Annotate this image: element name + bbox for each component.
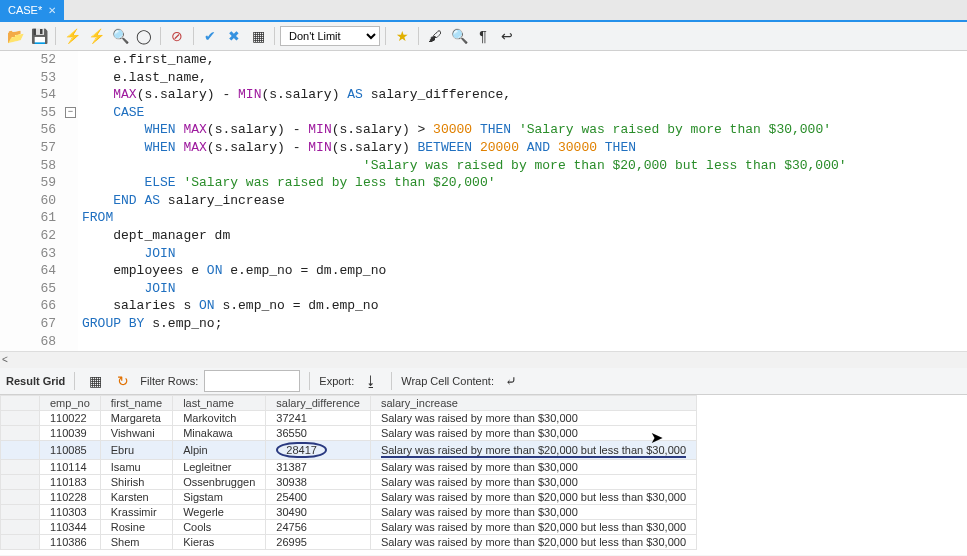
filter-rows-label: Filter Rows: [140,375,198,387]
separator [160,27,161,45]
stop-on-error-icon[interactable]: ⊘ [166,25,188,47]
wrap-cell-label: Wrap Cell Content: [401,375,494,387]
search-icon[interactable]: 🔍 [448,25,470,47]
explain-icon[interactable]: 🔍 [109,25,131,47]
invisible-chars-icon[interactable]: ¶ [472,25,494,47]
save-icon[interactable]: 💾 [28,25,50,47]
execute-icon[interactable]: ⚡ [61,25,83,47]
export-icon[interactable]: ⭳ [360,370,382,392]
column-header[interactable]: salary_difference [266,396,371,411]
table-row[interactable]: 110039VishwaniMinakawa36550Salary was ra… [1,426,697,441]
separator [391,372,392,390]
close-icon[interactable]: ✕ [48,5,56,16]
fold-toggle-icon[interactable]: − [65,107,76,118]
column-header[interactable]: last_name [173,396,266,411]
autocommit-icon[interactable]: ▦ [247,25,269,47]
separator [309,372,310,390]
separator [193,27,194,45]
table-row[interactable]: 110022MargaretaMarkovitch37241Salary was… [1,411,697,426]
column-header[interactable]: emp_no [40,396,101,411]
column-header[interactable]: first_name [100,396,172,411]
grid-view-icon[interactable]: ▦ [84,370,106,392]
table-row[interactable]: 110344RosineCools24756Salary was raised … [1,520,697,535]
separator [274,27,275,45]
table-row[interactable]: 110228KarstenSigstam25400Salary was rais… [1,490,697,505]
line-number-gutter: 5253545556575859606162636465666768 [0,51,64,351]
separator [55,27,56,45]
stop-icon[interactable]: ◯ [133,25,155,47]
sql-editor[interactable]: 5253545556575859606162636465666768 − e.f… [0,51,967,351]
result-grid[interactable]: emp_nofirst_namelast_namesalary_differen… [0,395,967,555]
table-row[interactable]: 110085EbruAlpin28417Salary was raised by… [1,441,697,460]
sql-toolbar: 📂 💾 ⚡ ⚡ 🔍 ◯ ⊘ ✔ ✖ ▦ Don't Limit ★ 🖌 🔍 ¶ … [0,22,967,51]
table-row[interactable]: 110114IsamuLegleitner31387Salary was rai… [1,460,697,475]
column-header[interactable]: salary_increase [370,396,696,411]
fold-gutter: − [64,51,78,351]
result-toolbar: Result Grid ▦ ↻ Filter Rows: Export: ⭳ W… [0,368,967,395]
brush-icon[interactable]: 🖌 [424,25,446,47]
scroll-left-icon[interactable]: < [2,354,8,365]
commit-icon[interactable]: ✔ [199,25,221,47]
result-grid-label: Result Grid [6,375,65,387]
separator [74,372,75,390]
rollback-icon[interactable]: ✖ [223,25,245,47]
open-file-icon[interactable]: 📂 [4,25,26,47]
export-label: Export: [319,375,354,387]
separator [418,27,419,45]
refresh-icon[interactable]: ↻ [112,370,134,392]
tab-label: CASE* [8,4,42,16]
filter-rows-input[interactable] [204,370,300,392]
beautify-icon[interactable]: ★ [391,25,413,47]
table-row[interactable]: 110303KrassimirWegerle30490Salary was ra… [1,505,697,520]
wrap-icon[interactable]: ↩ [496,25,518,47]
separator [385,27,386,45]
table-row[interactable]: 110183ShirishOssenbruggen30938Salary was… [1,475,697,490]
execute-step-icon[interactable]: ⚡ [85,25,107,47]
horizontal-scrollbar[interactable]: < [0,351,967,368]
limit-rows-select[interactable]: Don't Limit [280,26,380,46]
table-row[interactable]: 110386ShemKieras26995Salary was raised b… [1,535,697,550]
wrap-cell-icon[interactable]: ⤶ [500,370,522,392]
code-content[interactable]: e.first_name, e.last_name, MAX(s.salary)… [78,51,851,351]
editor-tab-bar: CASE* ✕ [0,0,967,22]
tab-case[interactable]: CASE* ✕ [0,0,64,20]
